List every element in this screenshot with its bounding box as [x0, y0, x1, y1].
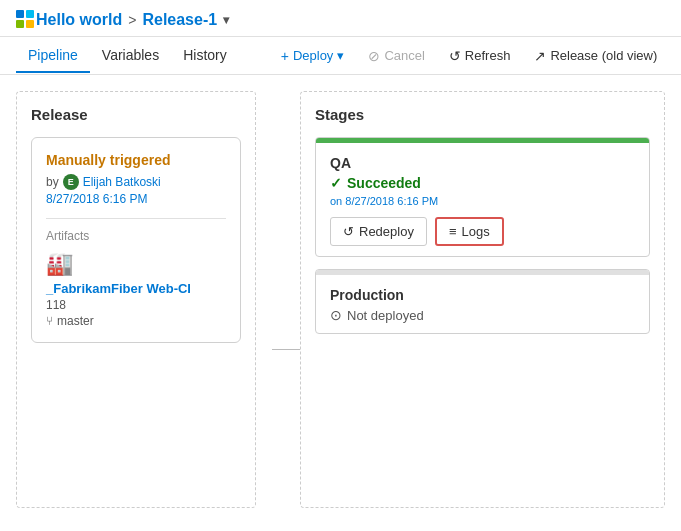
breadcrumb: Hello world > Release-1 ▾ — [36, 11, 229, 29]
stages-panel-title: Stages — [315, 106, 650, 123]
nav-actions: + Deploy ▾ ⊘ Cancel ↺ Refresh ↗ Release … — [271, 43, 668, 69]
tab-pipeline[interactable]: Pipeline — [16, 39, 90, 73]
release-panel: Release Manually triggered by E Elijah B… — [16, 91, 256, 508]
cancel-button[interactable]: ⊘ Cancel — [358, 43, 434, 69]
prod-card-body: Production ⊙ Not deployed — [316, 275, 649, 333]
triggered-label: Manually triggered — [46, 152, 226, 168]
artifact-icon: 🏭 — [46, 251, 226, 277]
qa-stage-name: QA — [330, 155, 635, 171]
release-panel-title: Release — [31, 106, 241, 123]
connector-line — [272, 349, 300, 350]
avatar: E — [63, 174, 79, 190]
deploy-dropdown-icon: ▾ — [337, 48, 344, 63]
by-label: by E Elijah Batkoski — [46, 174, 226, 190]
redeploy-label: Redeploy — [359, 224, 414, 239]
deploy-label: Deploy — [293, 48, 333, 63]
redeploy-icon: ↺ — [343, 224, 354, 239]
deploy-plus-icon: + — [281, 48, 289, 64]
qa-card-body: QA ✓ Succeeded on 8/27/2018 6:16 PM ↺ Re… — [316, 143, 649, 256]
prod-stage-status: ⊙ Not deployed — [330, 307, 635, 323]
redeploy-button[interactable]: ↺ Redeploy — [330, 217, 427, 246]
artifact-number: 118 — [46, 298, 226, 312]
refresh-button[interactable]: ↺ Refresh — [439, 43, 521, 69]
branch-icon: ⑂ — [46, 314, 53, 328]
artifact-name[interactable]: _FabrikamFiber Web-CI — [46, 281, 226, 296]
qa-stage-actions: ↺ Redeploy ≡ Logs — [330, 217, 635, 246]
user-name[interactable]: Elijah Batkoski — [83, 175, 161, 189]
release-old-view-button[interactable]: ↗ Release (old view) — [524, 43, 667, 69]
stages-panel: Stages QA ✓ Succeeded on 8/27/2018 6:16 … — [300, 91, 665, 508]
trigger-date: 8/27/2018 6:16 PM — [46, 192, 226, 206]
header: Hello world > Release-1 ▾ — [0, 0, 681, 37]
artifact-branch: ⑂ master — [46, 314, 226, 328]
refresh-label: Refresh — [465, 48, 511, 63]
by-prefix: by — [46, 175, 59, 189]
stage-card-qa: QA ✓ Succeeded on 8/27/2018 6:16 PM ↺ Re… — [315, 137, 650, 257]
cancel-icon: ⊘ — [368, 48, 380, 64]
breadcrumb-separator: > — [128, 12, 136, 28]
refresh-icon: ↺ — [449, 48, 461, 64]
main-content: Release Manually triggered by E Elijah B… — [0, 75, 681, 524]
qa-stage-status: ✓ Succeeded — [330, 175, 635, 191]
prod-stage-name: Production — [330, 287, 635, 303]
logs-label: Logs — [462, 224, 490, 239]
connector — [272, 191, 300, 508]
stage-card-production: Production ⊙ Not deployed — [315, 269, 650, 334]
logs-icon: ≡ — [449, 224, 457, 239]
release-name[interactable]: Release-1 — [142, 11, 217, 29]
logs-button[interactable]: ≡ Logs — [435, 217, 504, 246]
nav-tabs: Pipeline Variables History — [16, 39, 239, 73]
card-divider — [46, 218, 226, 219]
tab-variables[interactable]: Variables — [90, 39, 171, 73]
external-link-icon: ↗ — [534, 48, 546, 64]
branch-name: master — [57, 314, 94, 328]
release-old-view-label: Release (old view) — [550, 48, 657, 63]
navbar: Pipeline Variables History + Deploy ▾ ⊘ … — [0, 37, 681, 75]
project-name[interactable]: Hello world — [36, 11, 122, 29]
release-dropdown-icon[interactable]: ▾ — [223, 13, 229, 27]
deploy-button[interactable]: + Deploy ▾ — [271, 43, 355, 69]
ado-icon — [16, 10, 36, 30]
tab-history[interactable]: History — [171, 39, 239, 73]
clock-icon: ⊙ — [330, 307, 342, 323]
artifacts-label: Artifacts — [46, 229, 226, 243]
qa-stage-date: on 8/27/2018 6:16 PM — [330, 195, 635, 207]
release-card: Manually triggered by E Elijah Batkoski … — [31, 137, 241, 343]
prod-status-text: Not deployed — [347, 308, 424, 323]
qa-status-text: Succeeded — [347, 175, 421, 191]
check-icon: ✓ — [330, 175, 342, 191]
cancel-label: Cancel — [384, 48, 424, 63]
